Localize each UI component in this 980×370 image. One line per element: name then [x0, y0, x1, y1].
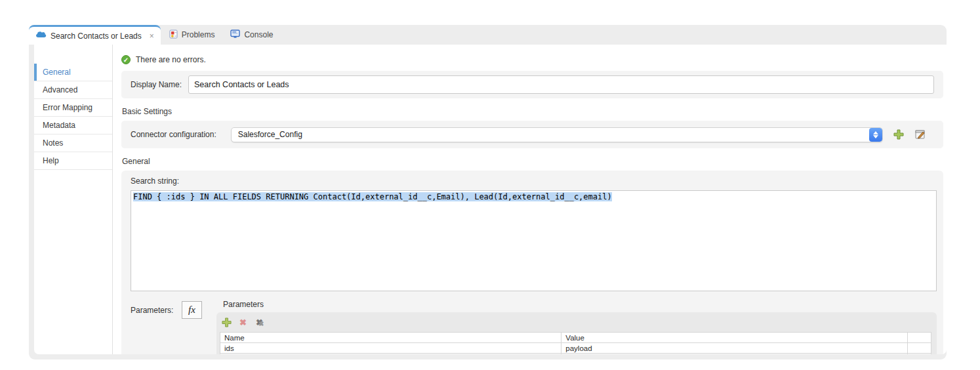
basic-settings-heading: Basic Settings — [122, 107, 943, 116]
parameters-toolbar: ✖ ✖✖ — [221, 317, 931, 328]
tab-label: Search Contacts or Leads — [51, 31, 142, 41]
param-name-cell[interactable] — [220, 354, 561, 355]
display-name-label: Display Name: — [131, 80, 182, 89]
expression-fx-button[interactable]: fx — [182, 301, 202, 319]
add-config-icon[interactable] — [893, 129, 905, 140]
tab-search-contacts-or-leads[interactable]: Search Contacts or Leads × — [29, 25, 161, 45]
sidebar: General Advanced Error Mapping Metadata … — [34, 45, 113, 354]
console-icon — [230, 30, 240, 40]
delete-row-icon[interactable]: ✖ — [237, 317, 249, 328]
parameters-heading: Parameters — [223, 300, 937, 309]
chevron-updown-icon — [869, 128, 882, 142]
parameters-panel: ✖ ✖✖ Name Value — [216, 312, 937, 354]
table-row — [220, 354, 931, 355]
close-icon[interactable]: × — [150, 31, 154, 41]
parameters-table: Name Value ids payload — [220, 332, 931, 354]
connector-configuration-row: Connector configuration: Salesforce_Conf… — [121, 121, 943, 148]
tab-problems[interactable]: Problems — [161, 25, 223, 45]
parameters-row: Parameters: fx Parameters ✖ ✖✖ — [131, 299, 937, 354]
column-header-value[interactable]: Value — [561, 333, 908, 343]
sidebar-item-notes[interactable]: Notes — [34, 134, 112, 152]
add-row-icon[interactable] — [221, 317, 232, 328]
search-string-textarea[interactable]: FIND { :ids } IN ALL FIELDS RETURNING Co… — [131, 190, 937, 291]
connector-configuration-label: Connector configuration: — [131, 130, 216, 139]
column-header-name[interactable]: Name — [220, 333, 561, 343]
status-text: There are no errors. — [136, 55, 206, 64]
parameters-label: Parameters: — [131, 299, 176, 315]
sidebar-item-advanced[interactable]: Advanced — [34, 81, 112, 99]
search-string-label: Search string: — [131, 176, 937, 186]
main-content: ✓ There are no errors. Display Name: Sea… — [113, 45, 947, 354]
sidebar-item-general[interactable]: General — [34, 64, 112, 81]
selected-query-text: FIND { :ids } IN ALL FIELDS RETURNING Co… — [133, 192, 612, 201]
selected-configuration: Salesforce_Config — [232, 130, 869, 139]
display-name-input[interactable]: Search Contacts or Leads — [188, 75, 934, 94]
salesforce-cloud-icon — [35, 31, 47, 41]
param-value-cell[interactable]: payload — [561, 343, 908, 354]
sidebar-item-help[interactable]: Help — [34, 152, 112, 170]
display-name-row: Display Name: Search Contacts or Leads — [121, 71, 943, 98]
general-section: Search string: FIND { :ids } IN ALL FIEL… — [121, 171, 943, 354]
edit-config-icon[interactable] — [914, 129, 926, 140]
table-header-row: Name Value — [220, 333, 931, 343]
tab-label: Console — [244, 30, 273, 39]
delete-all-rows-icon[interactable]: ✖✖ — [254, 317, 265, 328]
validation-status: ✓ There are no errors. — [121, 55, 943, 64]
editor-body: General Advanced Error Mapping Metadata … — [34, 45, 947, 354]
param-name-cell[interactable]: ids — [220, 343, 561, 354]
table-row: ids payload — [220, 343, 931, 354]
tab-console[interactable]: Console — [222, 25, 281, 45]
sidebar-item-metadata[interactable]: Metadata — [34, 117, 112, 134]
column-header-extra — [908, 333, 931, 343]
properties-editor-panel: Search Contacts or Leads × Problems Cons… — [29, 25, 947, 360]
problems-icon — [169, 30, 178, 41]
tab-bar: Search Contacts or Leads × Problems Cons… — [29, 25, 947, 45]
connector-configuration-select[interactable]: Salesforce_Config — [231, 127, 883, 142]
check-circle-icon: ✓ — [121, 55, 131, 64]
param-value-cell[interactable] — [561, 354, 908, 355]
tab-label: Problems — [182, 30, 215, 39]
sidebar-item-error-mapping[interactable]: Error Mapping — [34, 99, 112, 117]
general-heading: General — [122, 157, 943, 166]
